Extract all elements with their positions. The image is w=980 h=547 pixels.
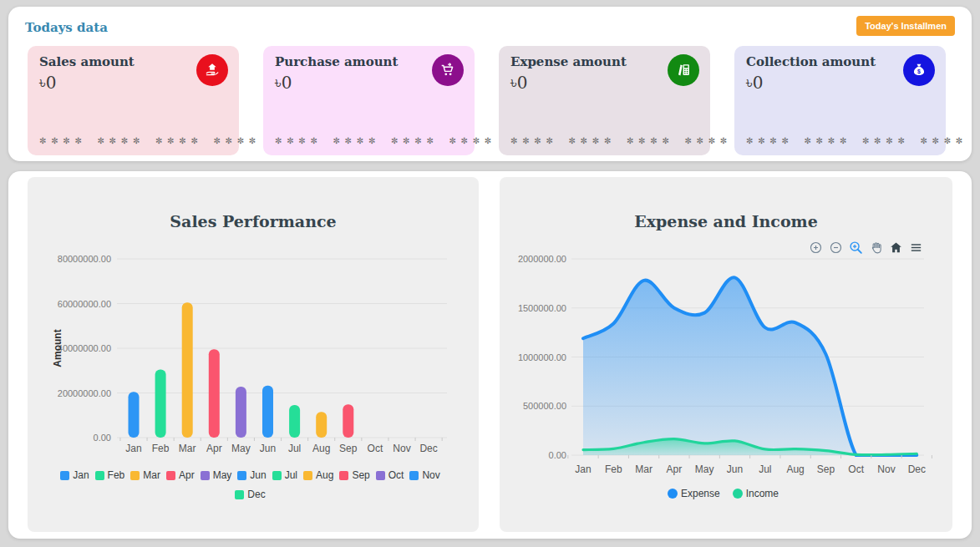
legend-item-sep[interactable]: Sep (339, 469, 369, 481)
money-bag-icon: $ (903, 54, 935, 86)
legend-swatch (303, 471, 312, 480)
legend-item-dec[interactable]: Dec (235, 489, 265, 500)
svg-text:Jul: Jul (288, 443, 301, 454)
card-value: ৳0 (510, 73, 527, 93)
card-sales-amount: Sales amount ৳0 ✼ ✼ ✼ ✼ ✼ ✼ ✼ ✼ ✼ ✼ ✼ ✼ … (28, 46, 239, 155)
legend-label: Oct (388, 469, 404, 481)
svg-text:1000000.00: 1000000.00 (518, 352, 566, 362)
svg-text:Nov: Nov (393, 443, 410, 454)
shopping-cart-icon (432, 54, 464, 86)
svg-text:40000000.00: 40000000.00 (58, 343, 111, 353)
legend-label: Aug (316, 469, 333, 481)
card-collection-amount: Collection amount ৳0 $ ✼ ✼ ✼ ✼ ✼ ✼ ✼ ✼ ✼… (734, 46, 946, 155)
svg-text:Mar: Mar (179, 443, 196, 454)
svg-text:May: May (231, 443, 251, 454)
svg-text:Aug: Aug (312, 443, 330, 454)
section-title: Todays data (25, 20, 108, 35)
svg-text:Jun: Jun (727, 463, 743, 475)
card-expense-amount: Expense amount ৳0 ✼ ✼ ✼ ✼ ✼ ✼ ✼ ✼ ✼ ✼ ✼ … (499, 46, 710, 155)
legend-swatch (95, 471, 104, 480)
svg-text:Nov: Nov (877, 463, 895, 475)
legend-swatch (272, 471, 282, 480)
legend-swatch (235, 490, 244, 499)
card-title: Purchase amount (275, 54, 398, 69)
billing-calculator-icon (668, 54, 699, 86)
card-masked-digits: ✼ ✼ ✼ ✼ ✼ ✼ ✼ ✼ ✼ ✼ ✼ ✼ ✼ ✼ ✼ ✼ (39, 136, 257, 145)
todays-installment-button[interactable]: Today's Installmen (856, 16, 955, 36)
legend-item-feb[interactable]: Feb (95, 469, 125, 481)
sales-chart-legend-row2: Dec (28, 489, 479, 500)
svg-text:Feb: Feb (152, 443, 170, 454)
svg-text:Apr: Apr (206, 443, 222, 454)
legend-item-may[interactable]: May (201, 469, 232, 481)
svg-text:Jan: Jan (575, 463, 591, 475)
svg-text:20000000.00: 20000000.00 (58, 388, 111, 398)
card-value: ৳0 (746, 73, 763, 93)
svg-text:1500000.00: 1500000.00 (518, 303, 566, 313)
legend-item-jul[interactable]: Jul (272, 469, 297, 481)
legend-swatch (166, 471, 175, 480)
legend-label: May (213, 469, 232, 481)
charts-panel: Sales Performance 0.0020000000.004000000… (8, 171, 972, 539)
todays-data-panel: Todays data Today's Installmen Sales amo… (8, 7, 972, 161)
expense-income-legend: ExpenseIncome (500, 488, 952, 499)
legend-item-apr[interactable]: Apr (166, 469, 195, 481)
sales-performance-card: Sales Performance 0.0020000000.004000000… (28, 177, 479, 532)
legend-item-jan[interactable]: Jan (60, 469, 89, 481)
card-title: Expense amount (510, 54, 627, 69)
svg-text:Aug: Aug (786, 463, 804, 475)
svg-text:May: May (695, 463, 714, 475)
svg-text:0.00: 0.00 (94, 433, 111, 443)
legend-label: Expense (681, 488, 720, 499)
legend-label: Nov (422, 469, 439, 481)
legend-item-jun[interactable]: Jun (237, 469, 266, 481)
legend-item-oct[interactable]: Oct (376, 469, 404, 481)
svg-text:500000.00: 500000.00 (523, 401, 566, 411)
expense-income-card: Expense and Income 0.00500000.001000000.… (500, 177, 952, 532)
svg-text:Dec: Dec (419, 443, 437, 454)
svg-text:2000000.00: 2000000.00 (518, 254, 566, 264)
legend-item-income[interactable]: Income (733, 488, 779, 499)
legend-label: Income (746, 488, 779, 499)
legend-item-expense[interactable]: Expense (668, 488, 720, 499)
legend-label: Jan (73, 469, 89, 481)
card-masked-digits: ✼ ✼ ✼ ✼ ✼ ✼ ✼ ✼ ✼ ✼ ✼ ✼ ✼ ✼ ✼ ✼ (746, 136, 964, 145)
svg-text:60000000.00: 60000000.00 (58, 299, 111, 309)
legend-swatch (237, 471, 246, 480)
legend-label: Jul (285, 469, 297, 481)
svg-text:80000000.00: 80000000.00 (58, 254, 111, 264)
legend-item-nov[interactable]: Nov (409, 469, 439, 481)
sales-bar-chart: 0.0020000000.0040000000.0060000000.00800… (28, 227, 479, 469)
legend-swatch (733, 489, 743, 499)
legend-swatch (130, 471, 140, 480)
legend-item-mar[interactable]: Mar (130, 469, 160, 481)
svg-text:0.00: 0.00 (549, 450, 566, 460)
legend-label: Feb (108, 469, 125, 481)
svg-text:Sep: Sep (817, 463, 835, 475)
legend-swatch (339, 471, 348, 480)
hand-sale-icon (196, 54, 228, 86)
svg-text:Jan: Jan (125, 443, 141, 454)
card-purchase-amount: Purchase amount ৳0 ✼ ✼ ✼ ✼ ✼ ✼ ✼ ✼ ✼ ✼ ✼… (263, 46, 475, 155)
expense-income-area-chart: 0.00500000.001000000.001500000.002000000… (500, 227, 952, 488)
svg-text:Amount: Amount (52, 329, 63, 367)
svg-text:Apr: Apr (667, 463, 683, 475)
card-value: ৳0 (275, 73, 292, 93)
card-title: Sales amount (39, 54, 135, 69)
legend-item-aug[interactable]: Aug (303, 469, 333, 481)
card-masked-digits: ✼ ✼ ✼ ✼ ✼ ✼ ✼ ✼ ✼ ✼ ✼ ✼ ✼ ✼ ✼ ✼ (510, 136, 729, 145)
svg-text:Oct: Oct (368, 443, 383, 454)
sales-chart-legend-row1: JanFebMarAprMayJunJulAugSepOctNov (28, 469, 479, 481)
legend-label: Apr (179, 469, 195, 481)
svg-text:Oct: Oct (848, 463, 864, 475)
svg-text:Mar: Mar (635, 463, 652, 475)
card-value: ৳0 (39, 73, 56, 93)
svg-text:$: $ (917, 68, 921, 75)
card-masked-digits: ✼ ✼ ✼ ✼ ✼ ✼ ✼ ✼ ✼ ✼ ✼ ✼ ✼ ✼ ✼ ✼ (275, 136, 493, 145)
legend-swatch (668, 489, 678, 499)
svg-text:Jun: Jun (260, 443, 276, 454)
legend-label: Dec (247, 489, 265, 500)
legend-swatch (201, 471, 210, 480)
svg-text:Jul: Jul (759, 463, 771, 475)
svg-text:Sep: Sep (339, 443, 358, 454)
